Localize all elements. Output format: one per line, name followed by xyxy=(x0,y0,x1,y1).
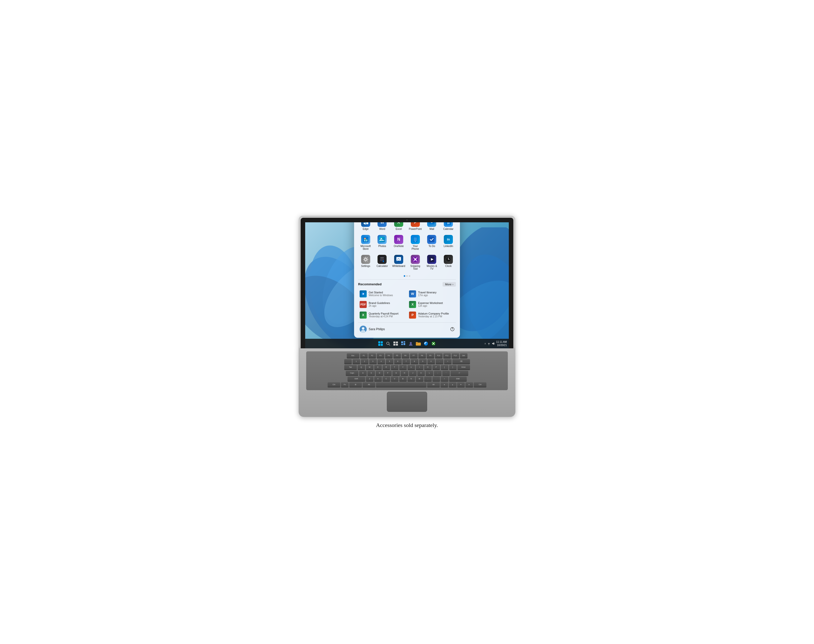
widgets-button[interactable] xyxy=(400,340,406,347)
key-t[interactable]: T xyxy=(391,365,399,370)
more-button[interactable]: More › xyxy=(443,282,456,287)
power-button[interactable] xyxy=(449,326,456,333)
key-u[interactable]: U xyxy=(408,365,415,370)
key-6[interactable]: 6 xyxy=(394,359,402,364)
key-period[interactable]: . xyxy=(432,377,440,382)
key-i[interactable]: I xyxy=(416,365,423,370)
key-z[interactable]: Z xyxy=(366,377,374,382)
key-x[interactable]: X xyxy=(374,377,382,382)
app-clock[interactable]: Clock xyxy=(441,253,456,272)
key-0[interactable]: 0 xyxy=(428,359,435,364)
key-q[interactable]: Q xyxy=(357,365,365,370)
key-backspace[interactable]: ⌫ xyxy=(452,359,470,364)
key-semi[interactable]: ; xyxy=(434,371,441,376)
key-tab[interactable]: Tab xyxy=(344,365,357,370)
key-caps[interactable]: Caps xyxy=(346,371,358,376)
key-quote[interactable]: ' xyxy=(442,371,450,376)
key-h[interactable]: H xyxy=(401,371,408,376)
key-rshift[interactable]: Shift xyxy=(449,377,467,382)
key-e[interactable]: E xyxy=(374,365,382,370)
key-esc[interactable]: Esc xyxy=(347,353,359,359)
key-l[interactable]: L xyxy=(426,371,433,376)
taskbar-chevron[interactable]: ∧ xyxy=(484,342,486,345)
app-yourphone[interactable]: Your Phone xyxy=(408,233,423,252)
key-del[interactable]: Del xyxy=(460,353,468,359)
app-excel[interactable]: X Excel xyxy=(391,222,406,232)
key-4[interactable]: 4 xyxy=(377,359,385,364)
key-f11[interactable]: F11 xyxy=(443,353,451,359)
rec-payroll[interactable]: X Quarterly Payroll Report Yesterday at … xyxy=(358,310,406,320)
app-calendar[interactable]: 20 Calendar xyxy=(441,222,456,232)
app-onenote[interactable]: N OneNote xyxy=(391,233,406,252)
key-7[interactable]: 7 xyxy=(402,359,410,364)
key-f5[interactable]: F5 xyxy=(393,353,401,359)
key-space[interactable] xyxy=(376,382,426,387)
taskbar-edge[interactable] xyxy=(423,340,429,347)
key-f2[interactable]: F2 xyxy=(368,353,376,359)
key-left[interactable]: ◂ xyxy=(440,382,448,387)
key-k[interactable]: K xyxy=(417,371,425,376)
teams-chat[interactable] xyxy=(408,340,414,347)
app-whiteboard[interactable]: Whiteboard xyxy=(391,253,406,272)
key-f8[interactable]: F8 xyxy=(418,353,426,359)
touchpad[interactable] xyxy=(387,392,427,412)
key-f3[interactable]: F3 xyxy=(377,353,384,359)
key-f6[interactable]: F6 xyxy=(402,353,409,359)
key-lbracket[interactable]: [ xyxy=(441,365,448,370)
key-minus[interactable]: - xyxy=(436,359,443,364)
key-j[interactable]: J xyxy=(409,371,417,376)
key-o[interactable]: O xyxy=(424,365,432,370)
key-a[interactable]: A xyxy=(359,371,367,376)
key-rbracket[interactable]: ] xyxy=(449,365,457,370)
key-y[interactable]: Y xyxy=(399,365,407,370)
key-equals[interactable]: = xyxy=(444,359,452,364)
key-p[interactable]: P xyxy=(432,365,440,370)
key-ctrl[interactable]: Ctrl xyxy=(328,382,340,387)
key-fn[interactable]: Fn xyxy=(341,382,348,387)
key-f4[interactable]: F4 xyxy=(385,353,392,359)
key-b[interactable]: B xyxy=(399,377,407,382)
taskbar-search[interactable] xyxy=(385,340,391,347)
rec-adatum[interactable]: P Adatum Company Profile Yesterday at 1:… xyxy=(408,310,456,320)
app-settings[interactable]: Settings xyxy=(358,253,373,272)
key-n[interactable]: N xyxy=(408,377,415,382)
app-edge[interactable]: Edge xyxy=(358,222,373,232)
key-d[interactable]: D xyxy=(376,371,383,376)
app-calculator[interactable]: Calculator xyxy=(375,253,390,272)
rec-brand[interactable]: PDF Brand Guidelines 2h ago xyxy=(358,300,406,309)
key-s[interactable]: S xyxy=(368,371,375,376)
key-w[interactable]: W xyxy=(366,365,374,370)
key-f1[interactable]: F1 xyxy=(360,353,368,359)
app-photos[interactable]: Photos xyxy=(375,233,390,252)
key-f9[interactable]: F9 xyxy=(427,353,434,359)
taskbar-clock[interactable]: 11:11 AM 10/20/21 xyxy=(496,340,507,347)
key-c[interactable]: C xyxy=(383,377,390,382)
key-2[interactable]: 2 xyxy=(361,359,368,364)
key-8[interactable]: 8 xyxy=(411,359,418,364)
key-f[interactable]: F xyxy=(384,371,392,376)
key-r[interactable]: R xyxy=(383,365,390,370)
key-comma[interactable]: , xyxy=(424,377,432,382)
rec-get-started[interactable]: Get Started Welcome to Windows xyxy=(358,289,406,299)
key-f12[interactable]: F12 xyxy=(452,353,459,359)
key-g[interactable]: G xyxy=(392,371,400,376)
app-powerpoint[interactable]: P PowerPoint xyxy=(408,222,423,232)
key-win[interactable]: ⊞ xyxy=(349,382,362,387)
taskbar-xbox[interactable] xyxy=(431,340,437,347)
app-snipping[interactable]: Snipping Tool xyxy=(408,253,423,272)
key-slash[interactable]: / xyxy=(441,377,448,382)
key-enter[interactable]: Enter xyxy=(457,365,470,370)
key-5[interactable]: 5 xyxy=(386,359,393,364)
key-down[interactable]: ▾ xyxy=(457,382,465,387)
start-button[interactable] xyxy=(377,340,383,347)
key-rctrl[interactable]: Ctrl xyxy=(474,382,486,387)
rec-travel[interactable]: W Travel Itinerary 17m ago xyxy=(408,289,456,299)
app-store[interactable]: 🏪 Microsoft Store xyxy=(358,233,373,252)
app-word[interactable]: W Word xyxy=(375,222,390,232)
key-3[interactable]: 3 xyxy=(369,359,377,364)
key-1[interactable]: 1 xyxy=(353,359,360,364)
key-f7[interactable]: F7 xyxy=(410,353,418,359)
key-up[interactable]: ▴ xyxy=(449,382,457,387)
rec-expense[interactable]: X Expense Worksheet 12h ago xyxy=(408,300,456,309)
app-todo[interactable]: To Do xyxy=(425,233,440,252)
